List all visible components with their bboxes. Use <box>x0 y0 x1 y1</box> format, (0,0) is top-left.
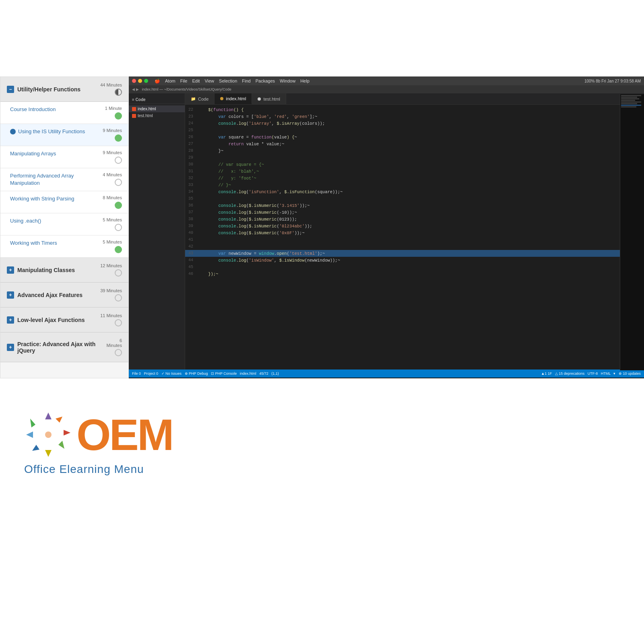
lesson-item-active[interactable]: Using the IS Utility Functions 9 Minutes <box>0 124 128 146</box>
code-line: 23 var colors = ['blue', 'red', 'green']… <box>185 113 644 120</box>
lesson-item[interactable]: Course Introduction 1 Minute <box>0 102 128 124</box>
code-line: 30 // var square = {~ <box>185 161 644 168</box>
tab-label: Code <box>198 97 208 101</box>
close-window-button[interactable] <box>132 79 136 83</box>
code-line: 39 console.log($.isNumeric('0l234abc')); <box>185 223 644 229</box>
code-line: 25 <box>185 127 644 134</box>
section-header-left: + Practice: Advanced Ajax with jQuery <box>7 341 105 354</box>
maximize-window-button[interactable] <box>144 79 148 83</box>
lesson-item[interactable]: Performing Advanced Array Manipulation 4… <box>0 168 128 191</box>
menu-help[interactable]: Help <box>300 78 310 84</box>
mac-menubar: 🍎 Atom File Edit View Selection Find Pac… <box>129 76 644 85</box>
menu-window[interactable]: Window <box>280 78 295 84</box>
file-item-test[interactable]: test.html <box>129 112 185 119</box>
html-file-icon <box>132 114 136 118</box>
menu-atom-label[interactable]: Atom <box>165 78 175 84</box>
section-meta: 39 Minutes <box>100 288 122 301</box>
top-spacer <box>0 0 644 76</box>
code-line: 32 // y: 'foot'~ <box>185 175 644 182</box>
minimap-line-highlight <box>621 105 641 106</box>
section-header-left: + Manipulating Classes <box>7 266 75 274</box>
menu-find[interactable]: Find <box>242 78 250 84</box>
code-line: 44 console.log('isWindow', $.isWindow(ne… <box>185 257 644 264</box>
section-advanced-ajax[interactable]: + Advanced Ajax Features 39 Minutes <box>0 283 128 308</box>
editor-addressbar: ◀ ▶ index.html — ~/Documents/Videos/Skil… <box>129 85 644 93</box>
svg-marker-8 <box>30 419 35 427</box>
active-bullet <box>10 129 16 134</box>
folder-icon: 📁 <box>191 97 196 101</box>
lesson-right: 1 Minute <box>105 106 122 120</box>
expand-icon[interactable]: + <box>7 266 14 274</box>
section-utility-helper[interactable]: − Utility/Helper Functions 44 Minutes <box>0 77 128 102</box>
code-line: 42 <box>185 243 644 250</box>
code-line: 36 console.log($.isNumeric('3.1415'));~ <box>185 202 644 209</box>
oem-brand-text: OEM <box>76 413 173 457</box>
section-manipulating-classes[interactable]: + Manipulating Classes 12 Minutes <box>0 258 128 283</box>
oem-arrow-cluster-icon <box>24 411 72 459</box>
tab-color-dot <box>220 97 223 100</box>
lesson-title[interactable]: Using the IS Utility Functions <box>18 128 99 135</box>
mac-clock: 100% 8b Fri Jan 27 9:03:58 AM <box>584 79 641 83</box>
expand-icon[interactable]: + <box>7 344 14 351</box>
status-dot-empty <box>115 269 122 277</box>
file-item-index[interactable]: index.html <box>129 105 185 112</box>
minimap-line <box>621 103 637 104</box>
menu-selection[interactable]: Selection <box>219 78 237 84</box>
menu-packages[interactable]: Packages <box>256 78 275 84</box>
section-title: Low-level Ajax Functions <box>17 317 85 323</box>
status-dot-empty <box>115 157 122 164</box>
menu-file[interactable]: File <box>180 78 188 84</box>
minimap-line <box>621 98 639 99</box>
code-editor-main: 📁 Code index.html test.html 22 <box>185 93 644 369</box>
lesson-title[interactable]: Performing Advanced Array Manipulation <box>10 172 99 187</box>
tab-index-html[interactable]: index.html <box>215 93 252 104</box>
editor-statusbar: File 0 Project 0 ✓ No Issues ⊕ PHP Debug… <box>129 369 644 378</box>
expand-icon[interactable]: + <box>7 316 14 324</box>
minimap-line <box>621 106 636 107</box>
lesson-title[interactable]: Working with Timers <box>10 239 99 247</box>
lesson-item[interactable]: Using .each() 5 Minutes <box>0 213 128 235</box>
minimap-line <box>621 101 641 103</box>
section-lowlevel-ajax[interactable]: + Low-level Ajax Functions 11 Minutes <box>0 308 128 332</box>
status-dot-green <box>115 246 122 253</box>
lesson-right: 9 Minutes <box>103 128 122 142</box>
expand-icon[interactable]: + <box>7 291 14 299</box>
minimap-content <box>620 94 644 108</box>
main-content: − Utility/Helper Functions 44 Minutes Co… <box>0 76 644 378</box>
section-title: Practice: Advanced Ajax with jQuery <box>17 341 105 354</box>
tab-code-folder[interactable]: 📁 Code <box>185 93 215 104</box>
minimap-line <box>621 95 641 96</box>
lesson-title[interactable]: Course Introduction <box>10 106 102 113</box>
menu-edit[interactable]: Edit <box>192 78 200 84</box>
status-dot-green <box>115 134 122 142</box>
status-dot-empty <box>115 349 122 356</box>
minimap-line <box>621 97 637 98</box>
code-line: 26 var square = function(value) {~ <box>185 134 644 140</box>
menu-atom[interactable]: 🍎 <box>155 78 160 84</box>
lesson-item[interactable]: Working with Timers 5 Minutes <box>0 235 128 258</box>
svg-point-0 <box>45 431 52 438</box>
oem-subtitle-text: Office Elearning Menu <box>24 463 144 476</box>
section-practice-ajax[interactable]: + Practice: Advanced Ajax with jQuery 6 … <box>0 332 128 362</box>
collapse-icon[interactable]: − <box>7 86 14 93</box>
lesson-title[interactable]: Using .each() <box>10 217 99 225</box>
lesson-title[interactable]: Working with String Parsing <box>10 195 99 202</box>
code-line: 34 console.log('isFunction', $.isFunctio… <box>185 188 644 195</box>
lesson-item[interactable]: Manipulating Arrays 9 Minutes <box>0 146 128 168</box>
file-name: test.html <box>138 114 153 118</box>
lesson-title[interactable]: Manipulating Arrays <box>10 150 99 157</box>
section-header-left: + Low-level Ajax Functions <box>7 316 85 324</box>
lesson-item[interactable]: Working with String Parsing 8 Minutes <box>0 191 128 213</box>
editor-area: ≡ Code index.html test.html <box>129 93 644 369</box>
mac-menu-items: 🍎 Atom File Edit View Selection Find Pac… <box>155 78 310 84</box>
section-meta: 11 Minutes <box>100 313 122 326</box>
minimize-window-button[interactable] <box>138 79 142 83</box>
address-text: index.html — ~/Documents/Videos/Skillset… <box>142 87 231 91</box>
tab-test-html[interactable]: test.html <box>252 93 286 104</box>
menu-view[interactable]: View <box>204 78 214 84</box>
bottom-section: OEM Office Elearning Menu <box>0 378 644 644</box>
video-editor-panel: 🍎 Atom File Edit View Selection Find Pac… <box>129 76 644 378</box>
minimap-panel <box>620 94 644 370</box>
status-dot-empty <box>115 294 122 301</box>
code-line: 38 console.log($.isNumeric(0123)); <box>185 216 644 223</box>
